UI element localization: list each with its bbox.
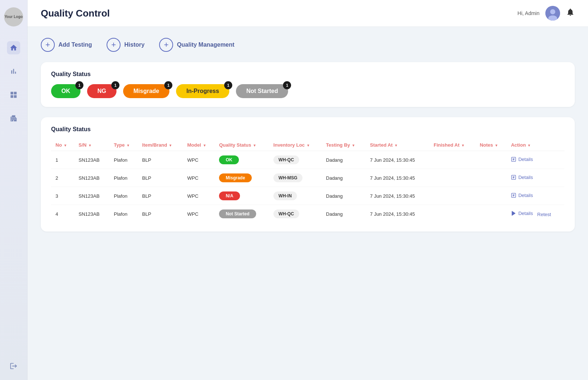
cell-itembrand: BLP	[138, 205, 183, 223]
cell-itembrand: BLP	[138, 187, 183, 205]
badge-misgrade-wrap: Misgrade 1	[123, 84, 169, 98]
table-row: 3 SN123AB Plafon BLP WPC N/A WH-IN Dadan…	[51, 187, 564, 205]
cell-notes	[475, 187, 506, 205]
details-link[interactable]: Details	[511, 193, 533, 198]
sidebar-item-chart[interactable]	[7, 65, 20, 78]
sort-arrow-type: ▾	[127, 143, 129, 147]
badge-inprogress[interactable]: In-Progress	[176, 84, 229, 98]
page-title: Quality Control	[41, 8, 110, 19]
cell-model: WPC	[183, 151, 215, 169]
cell-finished-at	[429, 187, 475, 205]
col-testing-by[interactable]: Testing By ▾	[322, 139, 366, 151]
notification-bell[interactable]	[566, 8, 575, 19]
sidebar-item-grid[interactable]	[7, 88, 20, 101]
cell-action: Details	[506, 151, 564, 169]
cell-started-at: 7 Jun 2024, 15:30:45	[366, 205, 429, 223]
cell-sn: SN123AB	[74, 205, 110, 223]
col-quality-status[interactable]: Quality Status ▾	[215, 139, 269, 151]
quality-status-badge: Misgrade	[219, 173, 252, 182]
col-sn[interactable]: S/N ▾	[74, 139, 110, 151]
col-action[interactable]: Action ▾	[506, 139, 564, 151]
col-finished-at[interactable]: Finished At ▾	[429, 139, 475, 151]
cell-started-at: 7 Jun 2024, 15:30:45	[366, 169, 429, 187]
quality-management-button[interactable]: + Quality Management	[159, 38, 234, 52]
col-type[interactable]: Type ▾	[110, 139, 138, 151]
inventory-loc-badge: WH-QC	[273, 209, 299, 218]
details-link[interactable]: Details	[511, 175, 533, 180]
quality-status-badge: N/A	[219, 191, 240, 200]
history-label: History	[124, 42, 144, 48]
quality-status-badge: Not Started	[219, 209, 256, 218]
table-card-title: Quality Status	[51, 126, 564, 133]
logo: Your Logo	[4, 7, 23, 26]
details-link[interactable]: Details	[511, 157, 533, 162]
col-started-at[interactable]: Started At ▾	[366, 139, 429, 151]
table-row: 1 SN123AB Plafon BLP WPC OK WH-QC Dadang…	[51, 151, 564, 169]
cell-testing-by: Dadang	[322, 205, 366, 223]
sidebar-item-building[interactable]	[7, 112, 20, 125]
inventory-loc-badge: WH-QC	[273, 155, 299, 164]
sort-arrow-started: ▾	[395, 143, 397, 147]
sidebar-bottom	[7, 359, 20, 373]
cell-itembrand: BLP	[138, 151, 183, 169]
history-button[interactable]: + History	[107, 38, 144, 52]
badge-ok-wrap: OK 1	[51, 84, 80, 98]
sort-arrow-finished: ▾	[462, 143, 464, 147]
table-header: No ▾ S/N ▾ Type ▾ Item/Brand ▾ Model ▾ Q…	[51, 139, 564, 151]
data-table: No ▾ S/N ▾ Type ▾ Item/Brand ▾ Model ▾ Q…	[51, 139, 564, 223]
col-no[interactable]: No ▾	[51, 139, 74, 151]
sort-arrow-notes: ▾	[495, 143, 497, 147]
cell-no: 4	[51, 205, 74, 223]
cell-finished-at	[429, 169, 475, 187]
svg-point-1	[550, 9, 555, 14]
col-model[interactable]: Model ▾	[183, 139, 215, 151]
cell-no: 2	[51, 169, 74, 187]
table-card: Quality Status No ▾ S/N ▾ Type ▾ Item/Br…	[41, 117, 575, 232]
cell-quality-status: Misgrade	[215, 169, 269, 187]
cell-inventory-loc: WH-QC	[269, 205, 322, 223]
quality-status-badge: OK	[219, 155, 239, 164]
badge-misgrade[interactable]: Misgrade	[123, 84, 169, 98]
add-testing-button[interactable]: + Add Testing	[41, 38, 92, 52]
cell-started-at: 7 Jun 2024, 15:30:45	[366, 187, 429, 205]
sort-arrow-sn: ▾	[89, 143, 91, 147]
details-play-link[interactable]: Details	[511, 211, 533, 216]
status-badges-row: OK 1 NG 1 Misgrade 1 In-Progress 1 Not S…	[51, 84, 564, 98]
cell-quality-status: N/A	[215, 187, 269, 205]
quality-management-icon: +	[159, 38, 173, 52]
cell-testing-by: Dadang	[322, 151, 366, 169]
cell-type: Plafon	[110, 205, 138, 223]
inventory-loc-badge: WH-IN	[273, 191, 297, 200]
cell-testing-by: Dadang	[322, 187, 366, 205]
retest-link[interactable]: Retest	[537, 212, 551, 217]
cell-finished-at	[429, 205, 475, 223]
logout-button[interactable]	[7, 359, 20, 373]
sidebar: Your Logo	[0, 0, 28, 380]
header-right: Hi, Admin	[517, 6, 575, 21]
sidebar-item-home[interactable]	[7, 41, 20, 54]
greeting-text: Hi, Admin	[517, 10, 539, 16]
sort-arrow-quality: ▾	[254, 143, 255, 147]
cell-inventory-loc: WH-QC	[269, 151, 322, 169]
cell-itembrand: BLP	[138, 169, 183, 187]
sort-arrow-model: ▾	[204, 143, 205, 147]
col-inventory-loc[interactable]: Inventory Loc ▾	[269, 139, 322, 151]
badge-inprogress-count: 1	[224, 81, 232, 89]
sort-arrow-itembrand: ▾	[169, 143, 171, 147]
cell-type: Plafon	[110, 151, 138, 169]
cell-quality-status: OK	[215, 151, 269, 169]
col-itembrand[interactable]: Item/Brand ▾	[138, 139, 183, 151]
action-buttons-row: + Add Testing + History + Quality Manage…	[41, 38, 575, 52]
inventory-loc-badge: WH-MSG	[273, 173, 302, 182]
badge-ok-count: 1	[75, 81, 83, 89]
col-notes[interactable]: Notes ▾	[475, 139, 506, 151]
avatar	[545, 6, 560, 21]
table-row: 4 SN123AB Plafon BLP WPC Not Started WH-…	[51, 205, 564, 223]
header: Quality Control Hi, Admin	[28, 0, 588, 27]
badge-notstarted-count: 1	[283, 81, 291, 89]
sort-arrow-no: ▾	[64, 143, 66, 147]
cell-finished-at	[429, 151, 475, 169]
cell-no: 3	[51, 187, 74, 205]
badge-notstarted[interactable]: Not Started	[236, 84, 288, 98]
cell-inventory-loc: WH-IN	[269, 187, 322, 205]
